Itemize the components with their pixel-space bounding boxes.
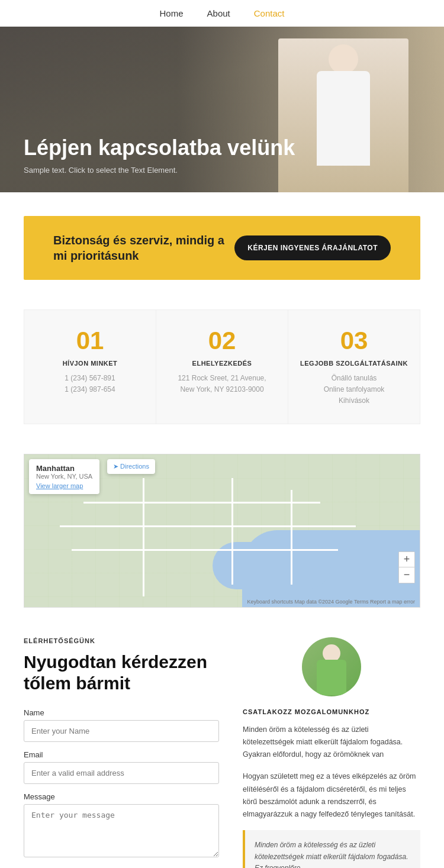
message-field-group: Message: [24, 792, 219, 860]
map-road: [83, 502, 320, 504]
info-label-1: HÍVJON MINKET: [36, 360, 144, 367]
section-label: ELÉRHETŐSÉGÜNK: [24, 637, 219, 644]
hero-subtitle: Sample text. Click to select the Text El…: [24, 166, 295, 175]
email-label: Email: [24, 750, 219, 759]
info-cards-section: 01 HÍVJON MINKET 1 (234) 567-8911 (234) …: [24, 309, 420, 424]
map-overlay: Manhattan New York, NY, USA View larger …: [29, 459, 99, 494]
info-card-1: 01 HÍVJON MINKET 1 (234) 567-8911 (234) …: [24, 309, 156, 424]
nav-about[interactable]: About: [207, 8, 230, 18]
map-road: [143, 478, 144, 596]
join-text-2: Hogyan született meg ez a téves elképzel…: [243, 770, 420, 821]
join-text-1: Minden öröm a kötelesség és az üzleti kö…: [243, 724, 420, 761]
map-location-title: Manhattan: [36, 464, 92, 473]
message-input[interactable]: [24, 804, 219, 857]
worker-avatar: [302, 637, 361, 696]
navbar: Home About Contact: [0, 0, 444, 27]
name-input[interactable]: [24, 720, 219, 742]
promo-banner: Biztonság és szerviz, mindig a mi priori…: [24, 216, 420, 280]
name-label: Name: [24, 708, 219, 717]
zoom-in-button[interactable]: +: [399, 552, 414, 567]
map-section: Manhattan New York, NY, USA View larger …: [24, 454, 420, 608]
map-zoom-controls: + −: [398, 551, 415, 583]
zoom-out-button[interactable]: −: [399, 567, 414, 583]
info-number-3: 03: [300, 327, 408, 355]
quote-button[interactable]: KÉRJEN INGYENES ÁRAJÁNLATOT: [234, 235, 391, 260]
message-label: Message: [24, 792, 219, 801]
info-label-3: LEGJOBB SZOLGÁLTATÁSAINK: [300, 360, 408, 367]
contact-right-area: CSATLAKOZZ MOZGALOMUNKHOZ Minden öröm a …: [243, 637, 420, 868]
quote-text: Minden öröm a kötelesség és az üzleti kö…: [255, 841, 408, 868]
email-input[interactable]: [24, 762, 219, 784]
map-location-sub: New York, NY, USA: [36, 473, 92, 480]
map-road: [231, 478, 233, 585]
info-label-2: ELHELYEZKEDÉS: [168, 360, 276, 367]
join-label: CSATLAKOZZ MOZGALOMUNKHOZ: [243, 708, 420, 715]
email-field-group: Email: [24, 750, 219, 784]
view-larger-map-link[interactable]: View larger map: [36, 482, 92, 489]
name-field-group: Name: [24, 708, 219, 742]
quote-box: Minden öröm a kötelesség és az üzleti kö…: [243, 830, 420, 868]
info-number-1: 01: [36, 327, 144, 355]
info-card-3: 03 LEGJOBB SZOLGÁLTATÁSAINK Önálló tanul…: [288, 309, 420, 424]
hero-content: Lépjen kapcsolatba velünk Sample text. C…: [24, 135, 295, 175]
map-road: [60, 525, 356, 527]
info-detail-2: 121 Rock Sreet, 21 Avenue,New York, NY 9…: [168, 373, 276, 395]
hero-section: Lépjen kapcsolatba velünk Sample text. C…: [0, 27, 444, 192]
contact-heading: Nyugodtan kérdezzen tőlem bármit: [24, 651, 219, 694]
hero-title: Lépjen kapcsolatba velünk: [24, 135, 295, 160]
map-footer: Keyboard shortcuts Map data ©2024 Google…: [247, 599, 415, 605]
info-detail-1: 1 (234) 567-8911 (234) 987-654: [36, 373, 144, 395]
hero-person-image: [278, 38, 408, 192]
nav-home[interactable]: Home: [160, 8, 184, 18]
banner-text: Biztonság és szerviz, mindig a mi priori…: [53, 233, 234, 263]
info-card-2: 02 ELHELYEZKEDÉS 121 Rock Sreet, 21 Aven…: [156, 309, 288, 424]
map-road: [72, 549, 338, 551]
map-directions-button[interactable]: ➤ Directions: [107, 459, 155, 474]
nav-contact[interactable]: Contact: [254, 8, 285, 18]
contact-section: ELÉRHETŐSÉGÜNK Nyugodtan kérdezzen tőlem…: [0, 608, 444, 868]
map-road: [291, 490, 292, 585]
info-detail-3: Önálló tanulásOnline tanfolyamokKihíváso…: [300, 373, 408, 407]
info-number-2: 02: [168, 327, 276, 355]
contact-form-area: ELÉRHETŐSÉGÜNK Nyugodtan kérdezzen tőlem…: [24, 637, 219, 868]
